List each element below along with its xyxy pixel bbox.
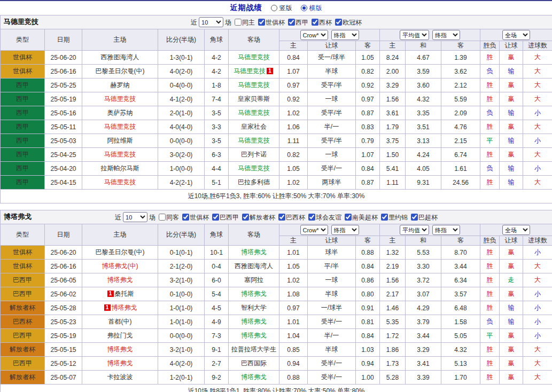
competition-checkbox-1[interactable]: 巴西甲 [212,211,239,224]
competition-checkbox-0[interactable]: 世俱杯 [182,211,209,224]
view-option-horizontal[interactable]: 横版 [301,4,322,13]
team-name-link[interactable]: 马德里竞技 [238,81,270,89]
team-name-link[interactable]: 马德里竞技 [238,53,270,61]
team-name-link[interactable]: 博塔弗戈 [107,346,133,353]
team-name-link[interactable]: 博塔弗戈(中) [102,262,138,270]
team-name-link[interactable]: 西雅图海湾人 [101,53,139,61]
competition-checkbox-0[interactable]: 世俱杯 [258,16,285,29]
team-name-link[interactable]: 马德里竞技 [238,109,270,116]
team-name-link[interactable]: 卡拉波波 [107,373,133,381]
team-name-link[interactable]: 博塔弗戈 [241,318,267,325]
team-name-link[interactable]: 巴列卡诺 [241,151,267,158]
avg-draw-odds: 4.05 [406,162,441,176]
competition-checkbox-3-box[interactable] [335,19,342,26]
view-option-vertical[interactable]: 竖版 [271,4,292,13]
same-venue-checkbox-box[interactable] [235,19,242,26]
team-name-link[interactable]: 奥萨苏纳 [107,109,133,116]
team-name-link[interactable]: 马德里竞技 [234,67,266,75]
away-team-cell: 博塔弗戈 [229,287,279,301]
team-name-link[interactable]: 巴拉多利德 [238,178,270,186]
handicap-result-mark: 赢 [500,343,523,357]
same-venue-checkbox-box[interactable] [159,214,166,221]
competition-checkbox-6[interactable]: 里约锦 [381,211,408,224]
final-odds-select[interactable]: 终指 [331,30,359,40]
competition-checkbox-5[interactable]: 南美超杯 [345,211,378,224]
team-name-link[interactable]: 首都(中) [108,318,132,325]
team-name-link[interactable]: 马德里竞技 [104,95,136,103]
sub-header-4: 和 [406,41,441,51]
avg-final-select[interactable]: 终指 [432,30,460,40]
competition-checkbox-1-box[interactable] [212,214,219,221]
team-name-link[interactable]: 博塔弗戈 [241,373,267,381]
recent-count-select[interactable]: 10 [199,17,223,27]
avg-draw-odds: 4.67 [406,51,441,65]
competition-checkbox-2-box[interactable] [312,19,318,26]
team-name-link[interactable]: 马德里竞技 [104,151,136,158]
avg-odds-select[interactable]: 平均值 [400,30,429,40]
col-header-2: 主场 [82,29,158,51]
team-name-link[interactable]: 马德里竞技 [238,137,270,144]
sub-header-1: 让球 [308,41,356,51]
team-name-link[interactable]: 马德里竞技 [104,123,136,130]
recent-count-select[interactable]: 10 [123,212,147,222]
team-name-link[interactable]: 皇家贝蒂斯 [238,95,270,103]
match-date: 25-05-07 [45,371,82,385]
avg-draw-odds: 3.30 [406,260,441,273]
team-name-link[interactable]: 拉普拉塔大学生 [231,346,276,353]
team-name-link[interactable]: 西雅图海湾人 [235,262,273,270]
competition-checkbox-4[interactable]: 球会友谊 [308,211,341,224]
team-name-link[interactable]: 桑托斯 [115,290,134,297]
competition-checkbox-1-box[interactable] [288,19,295,26]
competition-checkbox-3[interactable]: 欧冠杯 [335,16,362,29]
competition-checkbox-5-box[interactable] [345,214,352,221]
match-date: 25-06-20 [45,51,82,65]
avg-draw-odds: 4.32 [406,92,441,106]
team-name-link[interactable]: 巴黎圣日尔曼(中) [96,248,145,256]
team-name-link[interactable]: 马德里竞技 [238,164,270,172]
competition-checkbox-0-box[interactable] [182,214,189,221]
avg-odds-select[interactable]: 平均值 [400,225,429,235]
handicap-home-odds: 1.07 [279,65,308,79]
odds-provider-select[interactable]: Crow* [300,30,328,40]
competition-checkbox-3[interactable]: 巴西杯 [278,211,305,224]
final-odds-select[interactable]: 终指 [331,225,359,235]
competition-checkbox-1[interactable]: 西甲 [288,16,308,29]
competition-checkbox-2[interactable]: 解放者杯 [242,211,275,224]
team-name-link[interactable]: 皇家社会 [241,123,267,130]
score: 0-0(0-0) [158,329,205,343]
competition-checkbox-7[interactable]: 巴超杯 [411,211,438,224]
result-mark: 平 [480,329,500,343]
same-venue-checkbox[interactable]: 同主 [235,16,255,29]
team-name-link[interactable]: 巴西国际 [241,359,267,367]
competition-checkbox-2[interactable]: 西杯 [312,16,332,29]
scope-select[interactable]: 全场 [502,30,530,40]
competition-checkbox-6-box[interactable] [381,214,388,221]
competition-checkbox-7-box[interactable] [411,214,418,221]
team-name-link[interactable]: 马德里竞技 [104,178,136,186]
corner-score: 4-4 [205,162,229,176]
competition-checkbox-4-box[interactable] [308,214,315,221]
team-name-link[interactable]: 拉斯帕尔马斯 [101,164,139,172]
team-name-link[interactable]: 博塔弗戈 [241,248,267,256]
team-name-link[interactable]: 阿拉维斯 [107,137,133,144]
odds-provider-select[interactable]: Crow* [300,225,328,235]
avg-final-select[interactable]: 终指 [432,225,460,235]
team-name-link[interactable]: 博塔弗戈 [241,290,267,297]
competition-checkbox-0-box[interactable] [258,19,265,26]
avg-draw-odds: 3.44 [406,329,441,343]
scope-select[interactable]: 全场 [502,225,530,235]
team-name-link[interactable]: 赫罗纳 [111,81,130,89]
team-name-link[interactable]: 巴黎圣日尔曼(中) [96,67,145,75]
match-date: 25-05-28 [45,301,82,315]
team-name-link[interactable]: 智利大学 [241,304,267,311]
team-name-link[interactable]: 博塔弗戈 [112,304,137,311]
competition-checkbox-3-box[interactable] [278,214,285,221]
team-name-link[interactable]: 博塔弗戈 [241,332,267,339]
team-name-link[interactable]: 博塔弗戈 [107,276,133,284]
competition-checkbox-2-box[interactable] [242,214,249,221]
same-venue-checkbox[interactable]: 同客 [159,211,179,224]
team-name-link[interactable]: 塞阿拉 [244,276,263,284]
team-name-link[interactable]: 弗拉门戈 [107,332,133,339]
result-mark: 胜 [480,246,500,260]
team-name-link[interactable]: 博塔弗戈 [107,359,133,367]
